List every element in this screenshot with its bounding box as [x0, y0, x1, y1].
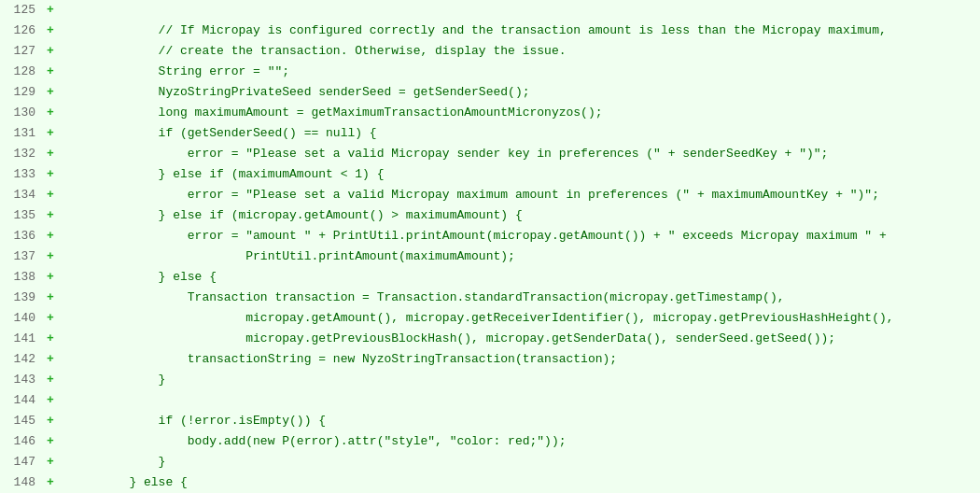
- code-line: }: [71, 370, 980, 390]
- code-line: Transaction transaction = Transaction.st…: [71, 288, 980, 308]
- plus-marker: +: [47, 370, 63, 390]
- plus-marker: +: [47, 390, 63, 411]
- plus-marker: +: [47, 226, 63, 246]
- code-line: [71, 0, 980, 21]
- code-line: // If Micropay is configured correctly a…: [71, 21, 980, 41]
- plus-marker: +: [47, 21, 63, 41]
- line-number: 126: [0, 21, 39, 41]
- plus-marker: +: [47, 411, 63, 431]
- line-number: 144: [0, 390, 39, 411]
- plus-marker: +: [47, 164, 63, 185]
- line-number: 136: [0, 226, 39, 246]
- plus-marker: +: [47, 144, 63, 164]
- line-number: 139: [0, 288, 39, 308]
- plus-marker: +: [47, 123, 63, 144]
- plus-marker: +: [47, 246, 63, 267]
- code-line: } else {: [71, 267, 980, 288]
- plus-marker: +: [47, 205, 63, 226]
- line-number: 147: [0, 452, 39, 472]
- plus-marker: +: [47, 267, 63, 288]
- plus-marker: +: [47, 431, 63, 452]
- code-line: body.add(new P(error).attr("style", "col…: [71, 431, 980, 452]
- line-number: 133: [0, 164, 39, 185]
- code-line: } else if (micropay.getAmount() > maximu…: [71, 205, 980, 226]
- line-number: 134: [0, 185, 39, 205]
- code-line: if (getSenderSeed() == null) {: [71, 123, 980, 144]
- code-container: 1251261271281291301311321331341351361371…: [0, 0, 980, 493]
- code-line: } else if (maximumAmount < 1) {: [71, 164, 980, 185]
- line-number: 135: [0, 205, 39, 226]
- code-line: error = "amount " + PrintUtil.printAmoun…: [71, 226, 980, 246]
- plus-marker: +: [47, 472, 63, 493]
- line-number: 145: [0, 411, 39, 431]
- code-line: micropay.getAmount(), micropay.getReceiv…: [71, 308, 980, 329]
- plus-marker: +: [47, 329, 63, 349]
- code-line: } else {: [71, 472, 980, 493]
- plus-marker: +: [47, 349, 63, 370]
- plus-marker: +: [47, 62, 63, 82]
- code-line: micropay.getPreviousBlockHash(), micropa…: [71, 329, 980, 349]
- code-line: if (!error.isEmpty()) {: [71, 411, 980, 431]
- line-number: 148: [0, 472, 39, 493]
- code-line: NyzoStringPrivateSeed senderSeed = getSe…: [71, 82, 980, 103]
- line-number: 131: [0, 123, 39, 144]
- plus-marker: +: [47, 82, 63, 103]
- line-number: 143: [0, 370, 39, 390]
- line-number: 138: [0, 267, 39, 288]
- plus-marker: +: [47, 41, 63, 62]
- line-number: 142: [0, 349, 39, 370]
- plus-marker: +: [47, 185, 63, 205]
- line-number: 146: [0, 431, 39, 452]
- plus-marker: +: [47, 103, 63, 123]
- code-line: String error = "";: [71, 62, 980, 82]
- line-number: 129: [0, 82, 39, 103]
- code-line: [71, 390, 980, 411]
- code-line: error = "Please set a valid Micropay sen…: [71, 144, 980, 164]
- code-line: long maximumAmount = getMaximumTransacti…: [71, 103, 980, 123]
- code-line: // create the transaction. Otherwise, di…: [71, 41, 980, 62]
- code-lines: // If Micropay is configured correctly a…: [63, 0, 980, 493]
- code-line: }: [71, 452, 980, 472]
- line-numbers: 1251261271281291301311321331341351361371…: [0, 0, 45, 493]
- line-number: 128: [0, 62, 39, 82]
- line-number: 140: [0, 308, 39, 329]
- plus-column: ++++++++++++++++++++++++: [45, 0, 63, 493]
- code-line: transactionString = new NyzoStringTransa…: [71, 349, 980, 370]
- plus-marker: +: [47, 0, 63, 21]
- line-number: 125: [0, 0, 39, 21]
- line-number: 127: [0, 41, 39, 62]
- plus-marker: +: [47, 452, 63, 472]
- line-number: 130: [0, 103, 39, 123]
- line-number: 132: [0, 144, 39, 164]
- line-number: 137: [0, 246, 39, 267]
- plus-marker: +: [47, 308, 63, 329]
- plus-marker: +: [47, 288, 63, 308]
- code-line: PrintUtil.printAmount(maximumAmount);: [71, 246, 980, 267]
- line-number: 141: [0, 329, 39, 349]
- code-line: error = "Please set a valid Micropay max…: [71, 185, 980, 205]
